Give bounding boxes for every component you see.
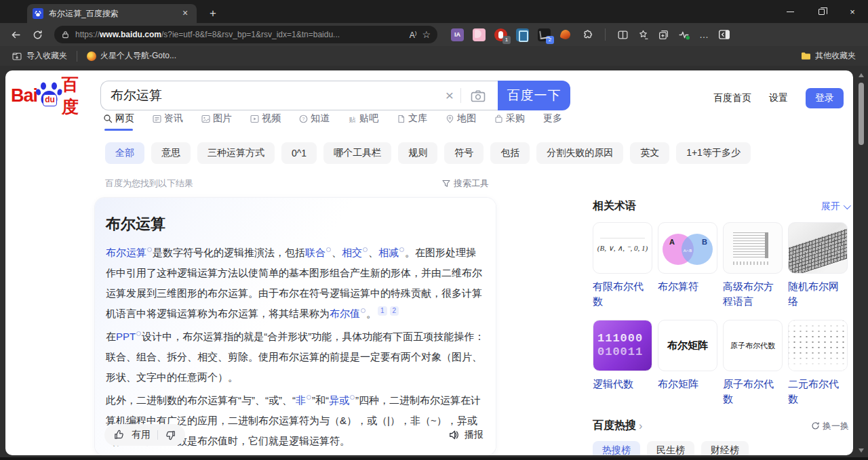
related-term-item[interactable]: 布尔矩阵 布尔矩阵 [658, 320, 717, 406]
address-bar[interactable]: https://www.baidu.com/s?ie=utf-8&f=8&rsv… [54, 26, 437, 43]
related-term-item[interactable]: 原子布尔代数 原子布尔代数 [723, 320, 783, 406]
inline-link[interactable]: 异或 [329, 394, 349, 406]
citation-sup[interactable]: 2 [390, 306, 399, 316]
new-tab-button[interactable]: + [205, 5, 221, 22]
minimize-button[interactable] [774, 0, 806, 23]
inline-link[interactable]: PPT [116, 331, 136, 342]
hot-search-title[interactable]: 百度热搜 [593, 419, 636, 433]
chip-all[interactable]: 全部 [105, 142, 144, 164]
chip[interactable]: 1+1等于多少 [676, 142, 751, 164]
nav-item-caigou[interactable]: 采购 [494, 112, 525, 131]
refresh-button[interactable] [28, 26, 46, 43]
restore-button[interactable] [806, 0, 837, 23]
hot-tab[interactable]: 热搜榜 [593, 441, 640, 455]
other-favorites-item[interactable]: 其他收藏夹 [797, 48, 860, 64]
split-screen-icon[interactable] [617, 29, 629, 41]
refresh-hot-button[interactable]: 换一换 [811, 420, 849, 432]
chip[interactable]: 包括 [490, 142, 530, 164]
chip[interactable]: 0^1 [281, 142, 317, 164]
favorites-hub-icon[interactable] [637, 29, 649, 41]
related-term-label[interactable]: 布尔算符 [658, 279, 717, 294]
blue-extension-icon[interactable] [516, 28, 529, 41]
inline-link[interactable]: 联合 [305, 247, 326, 258]
tab-close-button[interactable]: × [179, 7, 191, 20]
baike-ref-icon[interactable] [350, 395, 355, 400]
ia-extension-icon[interactable]: IA [451, 28, 464, 41]
related-term-item[interactable]: 高级布尔方程语言 [723, 222, 783, 309]
inline-link[interactable]: 相交 [342, 247, 362, 258]
baike-ref-icon[interactable] [326, 247, 331, 252]
nav-item-news[interactable]: 资讯 [153, 112, 183, 131]
page-scrollbar[interactable] [856, 70, 866, 455]
chip[interactable]: 英文 [630, 142, 669, 164]
close-button[interactable]: × [837, 0, 868, 23]
red-extension-icon[interactable]: 1 [494, 28, 507, 41]
sidebar-toggle-icon[interactable] [718, 28, 730, 41]
inline-link[interactable]: 相减 [378, 247, 399, 258]
baidu-home-link[interactable]: 百度首页 [713, 92, 751, 104]
search-input[interactable] [111, 88, 441, 103]
inline-link[interactable]: 布尔运算 [106, 247, 146, 258]
search-tools-button[interactable]: 搜索工具 [442, 177, 489, 190]
inline-link[interactable]: 布尔值 [330, 308, 360, 319]
favorite-star-icon[interactable]: ☆ [422, 29, 431, 40]
thumbs-down-icon[interactable] [165, 430, 176, 440]
nav-item-tieba[interactable]: 贴 贴吧 [348, 112, 378, 131]
chip[interactable]: 意思 [151, 142, 191, 164]
nav-item-web[interactable]: 网页 [103, 112, 134, 131]
bookmark-mars-item[interactable]: 火星个人导航-Goto... [83, 48, 180, 64]
related-term-item[interactable]: 二元布尔代数 [788, 320, 848, 406]
baike-ref-icon[interactable] [307, 395, 311, 400]
orange-extension-icon[interactable] [559, 28, 572, 41]
nav-item-zhidao[interactable]: ? 知道 [299, 112, 330, 131]
related-term-label[interactable]: 有限布尔代数 [593, 279, 652, 309]
related-term-label[interactable]: 逻辑代数 [593, 377, 652, 392]
clear-search-icon[interactable]: × [441, 87, 460, 104]
related-term-label[interactable]: 原子布尔代数 [723, 377, 783, 406]
camera-search-icon[interactable] [461, 89, 488, 102]
nav-item-more[interactable]: 更多 [543, 112, 562, 131]
dark-extension-icon[interactable]: 2 [538, 28, 551, 41]
related-term-label[interactable]: 高级布尔方程语言 [723, 279, 783, 309]
related-term-item[interactable]: (B, ∨, ∧, ⁻, 0, 1) 有限布尔代数 [593, 222, 652, 309]
related-term-item[interactable]: 随机布尔网络 [788, 222, 848, 309]
chip[interactable]: 符号 [444, 142, 484, 164]
scroll-up-arrow-icon[interactable] [859, 73, 864, 77]
chip[interactable]: 哪个工具栏 [323, 142, 391, 164]
baike-ref-icon[interactable] [361, 308, 366, 313]
chip[interactable]: 三种运算方式 [197, 142, 275, 164]
related-term-item[interactable]: 111000010011 逻辑代数 [593, 320, 652, 406]
browser-tab[interactable]: 布尔运算_百度搜索 × [27, 4, 197, 23]
scroll-down-arrow-icon[interactable] [859, 448, 864, 453]
related-term-item[interactable]: A B A∩B 布尔算符 [658, 222, 717, 309]
nav-item-wenku[interactable]: 文库 [397, 112, 427, 131]
back-button[interactable] [7, 26, 24, 43]
search-button[interactable]: 百度一下 [498, 81, 570, 110]
chip[interactable]: 规则 [398, 142, 437, 164]
broadcast-button[interactable]: 播报 [449, 429, 484, 441]
inline-link[interactable]: 非 [296, 394, 306, 406]
nav-item-images[interactable]: 图片 [201, 112, 232, 131]
extensions-puzzle-icon[interactable] [581, 28, 593, 41]
search-box[interactable]: × [100, 81, 498, 110]
baidu-logo[interactable]: Bai du 百度 [11, 80, 96, 111]
baike-ref-icon[interactable] [136, 331, 141, 336]
nav-item-map[interactable]: 地图 [446, 112, 476, 131]
citation-sup[interactable]: 1 [378, 306, 387, 316]
baike-ref-icon[interactable] [399, 247, 404, 252]
related-term-label[interactable]: 二元布尔代数 [788, 377, 848, 406]
read-aloud-icon[interactable]: A) [410, 30, 417, 40]
settings-link[interactable]: 设置 [769, 92, 788, 104]
baike-ref-icon[interactable] [363, 247, 368, 252]
hot-tab[interactable]: 财经榜 [701, 441, 749, 455]
pink-extension-icon[interactable] [473, 28, 486, 41]
more-menu-icon[interactable]: … [699, 29, 709, 40]
related-term-label[interactable]: 布尔矩阵 [658, 377, 717, 392]
useful-label[interactable]: 有用 [132, 429, 151, 441]
collections-icon[interactable] [658, 29, 669, 41]
baike-ref-icon[interactable] [147, 247, 152, 252]
expand-button[interactable]: 展开 [821, 201, 849, 213]
chip[interactable]: 分割失败的原因 [536, 142, 623, 164]
thumbs-up-icon[interactable] [114, 430, 125, 440]
hot-tab[interactable]: 民生榜 [647, 441, 694, 455]
